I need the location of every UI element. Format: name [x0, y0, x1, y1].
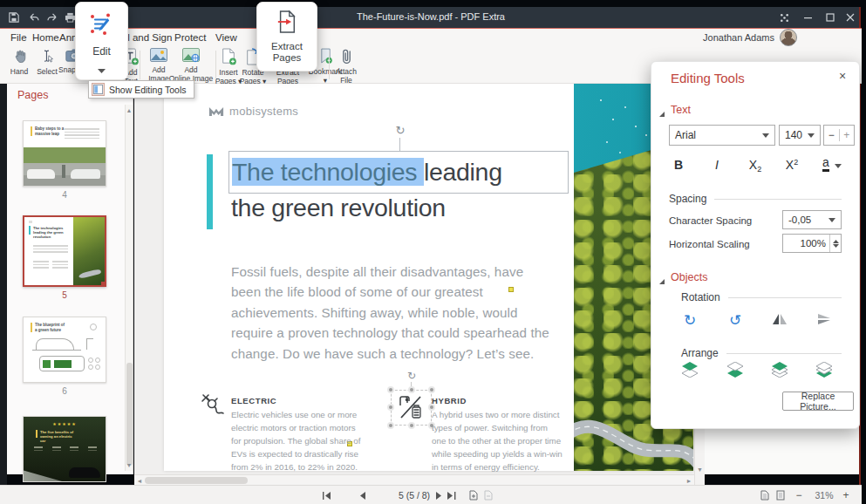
left-rail: [0, 84, 7, 485]
selection-handle[interactable]: [387, 422, 394, 429]
show-editing-tools-tooltip: Show Editing Tools: [88, 80, 194, 99]
arrange-label: Arrange: [681, 347, 719, 359]
sidebar-scrollbar[interactable]: ▲ ▼: [125, 105, 133, 471]
scroll-left-icon[interactable]: ◄: [136, 478, 143, 484]
hybrid-icon: [396, 394, 426, 420]
pdf-page[interactable]: mobisystems ↻ The technologies leading t…: [164, 84, 693, 471]
page-thumbnail-7[interactable]: ★★★★★ The five benefits of owning an ele…: [23, 416, 106, 482]
attach-file-button[interactable]: Attach File: [331, 48, 361, 85]
hybrid-icon-selection[interactable]: [391, 390, 432, 426]
sidebar-scrollbar-thumb[interactable]: [126, 363, 133, 466]
status-bar: 5 (5 / 8) − 31% +: [0, 485, 862, 504]
flip-horizontal-button[interactable]: [769, 311, 790, 329]
collapse-icon[interactable]: [658, 273, 665, 280]
document-viewport[interactable]: mobisystems ↻ The technologies leading t…: [134, 84, 705, 474]
replace-picture-button[interactable]: Replace Picture...: [782, 392, 854, 411]
rotate-handle-icon[interactable]: ↻: [393, 124, 407, 137]
character-spacing-select[interactable]: -0,05: [782, 210, 842, 229]
pages-sidebar: Pages Baby steps to a massive leap 4 The…: [7, 84, 133, 474]
divider: [728, 297, 842, 298]
rotate-handle-icon[interactable]: ↻: [405, 370, 419, 382]
field-marker[interactable]: [508, 287, 514, 292]
spinner-arrows[interactable]: [829, 235, 841, 252]
title-text-edit-box[interactable]: The technologies leading: [228, 151, 569, 194]
scroll-right-icon[interactable]: ►: [685, 478, 692, 484]
send-backward-button[interactable]: [814, 362, 835, 379]
horizontal-scaling-spinner[interactable]: 100%: [782, 234, 842, 253]
zoom-level[interactable]: 31%: [809, 489, 839, 501]
toolbar-separator: [215, 51, 216, 79]
rotate-counterclockwise-button[interactable]: ↺: [725, 311, 746, 329]
toolbar-separator: [140, 51, 140, 79]
selection-handle[interactable]: [408, 386, 415, 393]
selection-handle[interactable]: [408, 422, 415, 429]
collapse-icon[interactable]: [658, 106, 665, 112]
zoom-out-button[interactable]: −: [792, 489, 806, 501]
page-indicator[interactable]: 5 (5 / 8): [388, 489, 440, 501]
flip-vertical-button[interactable]: [814, 311, 835, 329]
account-name: Jonathan Adams: [680, 32, 774, 43]
font-family-select[interactable]: Arial: [669, 125, 775, 146]
menu-view[interactable]: View: [215, 32, 237, 43]
mobisystems-logo-mark: [208, 106, 224, 117]
panel-close-button[interactable]: ×: [835, 69, 850, 83]
car-photo: [69, 467, 100, 478]
add-online-image-button[interactable]: Add Online Image: [168, 48, 214, 84]
bold-button[interactable]: B: [665, 151, 692, 172]
superscript-button[interactable]: X2: [779, 151, 805, 172]
scroll-down-icon[interactable]: ▼: [695, 467, 705, 473]
extract-pages-callout[interactable]: Extract Pages: [256, 2, 317, 72]
accent-bar: [29, 226, 31, 235]
avatar[interactable]: [780, 29, 797, 46]
menu-file[interactable]: File: [10, 32, 27, 43]
page-thumbnail-4[interactable]: Baby steps to a massive leap: [23, 120, 106, 187]
next-page-button[interactable]: [433, 489, 446, 501]
close-button[interactable]: [841, 10, 860, 24]
page-thumbnail-5-selected[interactable]: The technologies leading the green revol…: [23, 215, 106, 287]
edit-callout[interactable]: Edit: [75, 2, 128, 80]
body-paragraph: Fossil fuels, despite all their disadvan…: [231, 262, 549, 364]
minimize-button[interactable]: [799, 10, 818, 24]
thumbnail-photo: [24, 147, 106, 186]
title-accent-bar: [207, 154, 213, 229]
decrease-size-button[interactable]: −: [824, 129, 840, 141]
horizontal-scrollbar[interactable]: ◄ ►: [134, 474, 694, 485]
bookmark-icon: [319, 48, 332, 67]
next-view-button[interactable]: [482, 489, 494, 501]
first-page-button[interactable]: [321, 489, 333, 501]
previous-view-button[interactable]: [467, 489, 480, 501]
selection-handle[interactable]: [428, 386, 435, 393]
font-color-button[interactable]: a: [815, 151, 849, 172]
bring-forward-button[interactable]: [769, 362, 790, 379]
hand-tool-button[interactable]: Hand: [5, 48, 33, 76]
extract-pages-icon: [276, 10, 297, 37]
font-size-select[interactable]: 140: [779, 125, 821, 146]
dots-menu-icon[interactable]: [774, 10, 794, 24]
horizontal-scrollbar-thumb[interactable]: [145, 477, 248, 484]
divider: [714, 199, 842, 200]
send-to-back-button[interactable]: [725, 362, 746, 379]
selection-handle[interactable]: [387, 386, 394, 393]
scroll-up-icon[interactable]: ▲: [126, 107, 133, 113]
last-page-button[interactable]: [446, 489, 458, 501]
page-thumbnail-6[interactable]: The blueprint of a green future: [23, 317, 106, 383]
restore-button[interactable]: [821, 10, 840, 24]
zoom-in-button[interactable]: +: [839, 489, 853, 501]
scroll-down-icon[interactable]: ▼: [126, 462, 133, 468]
page-number-6: 6: [23, 386, 106, 396]
selection-handle[interactable]: [387, 404, 394, 411]
previous-page-button[interactable]: [356, 489, 368, 501]
bring-to-front-button[interactable]: [679, 362, 700, 379]
subscript-button[interactable]: X2: [742, 151, 768, 172]
italic-button[interactable]: I: [704, 151, 730, 172]
continuous-view-icon[interactable]: [774, 489, 787, 501]
resize-handle[interactable]: [101, 282, 106, 286]
selected-text: The technologies: [232, 158, 424, 186]
single-page-view-icon[interactable]: [759, 489, 771, 501]
menu-protect[interactable]: Protect: [174, 32, 206, 43]
font-size-stepper: − +: [823, 125, 855, 146]
menu-home[interactable]: Home: [32, 32, 59, 43]
text-section-label: Text: [671, 104, 691, 116]
rotate-clockwise-button[interactable]: ↻: [679, 311, 700, 329]
increase-size-button[interactable]: +: [840, 129, 855, 141]
